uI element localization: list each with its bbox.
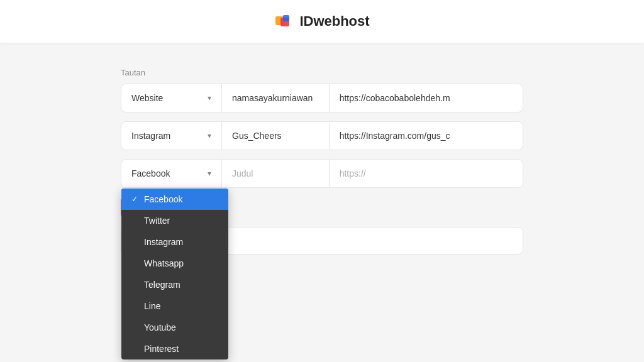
- section-label: Tautan: [121, 68, 523, 77]
- url-field-2: https://Instagram.com/gus_c: [330, 122, 523, 150]
- header: IDwebhost: [0, 0, 644, 43]
- dropdown-label-telegram: Telegram: [144, 280, 180, 290]
- type-select-wrap-2: Instagram Website Facebook Twitter ▾: [121, 122, 222, 150]
- logo-icon: [274, 11, 294, 31]
- username-field-2: Gus_Cheers: [222, 122, 330, 150]
- dropdown-item-line[interactable]: Line: [121, 295, 228, 317]
- dropdown-item-youtube[interactable]: Youtube: [121, 317, 228, 338]
- dropdown-label-pinterest: Pinterest: [144, 344, 179, 354]
- logo-container: IDwebhost: [274, 11, 369, 31]
- dropdown-item-whatsapp[interactable]: Whatsapp: [121, 253, 228, 274]
- dropdown-label-twitter: Twitter: [144, 216, 170, 226]
- dropdown-item-telegram[interactable]: Telegram: [121, 274, 228, 295]
- svg-rect-2: [283, 15, 289, 21]
- chevron-down-icon-1: ▾: [208, 94, 211, 102]
- link-card-2: Instagram Website Facebook Twitter ▾ Gus…: [121, 121, 523, 150]
- dropdown-label-whatsapp: Whatsapp: [144, 258, 184, 268]
- dropdown-item-facebook[interactable]: ✓ Facebook: [121, 189, 228, 210]
- url-placeholder-3[interactable]: https://: [330, 160, 523, 187]
- chevron-down-icon-3: ▾: [208, 169, 211, 178]
- dropdown-label-line: Line: [144, 301, 160, 311]
- username-placeholder-3[interactable]: Judul: [222, 160, 330, 187]
- type-select-wrap-1: Website Facebook Twitter Instagram ▾: [121, 84, 222, 112]
- url-field-1: https://cobacobabolehdeh.m: [330, 84, 523, 112]
- dropdown-label-youtube: Youtube: [144, 322, 176, 332]
- type-select-wrap-3: Facebook Twitter Instagram Whatsapp Tele…: [121, 160, 222, 187]
- type-select-2[interactable]: Instagram Website Facebook Twitter: [131, 131, 204, 141]
- chevron-down-icon-2: ▾: [208, 131, 211, 140]
- dropdown-label-facebook: Facebook: [144, 194, 182, 204]
- username-field-1: namasayakurniawan: [222, 84, 330, 112]
- main-content: Tautan Website Facebook Twitter Instagra…: [121, 68, 523, 255]
- link-card-3: Facebook Twitter Instagram Whatsapp Tele…: [121, 159, 523, 188]
- type-select-1[interactable]: Website Facebook Twitter Instagram: [131, 93, 204, 103]
- check-icon: ✓: [131, 195, 140, 204]
- dropdown-item-pinterest[interactable]: Pinterest: [121, 338, 228, 359]
- logo-text: IDwebhost: [299, 13, 369, 30]
- dropdown-item-twitter[interactable]: Twitter: [121, 210, 228, 231]
- link-card-1: Website Facebook Twitter Instagram ▾ nam…: [121, 84, 523, 112]
- dropdown-item-instagram[interactable]: Instagram: [121, 231, 228, 253]
- dropdown-label-instagram: Instagram: [144, 237, 183, 247]
- type-select-3[interactable]: Facebook Twitter Instagram Whatsapp Tele…: [131, 168, 204, 178]
- type-dropdown[interactable]: ✓ Facebook Twitter Instagram Whatsapp: [121, 189, 228, 359]
